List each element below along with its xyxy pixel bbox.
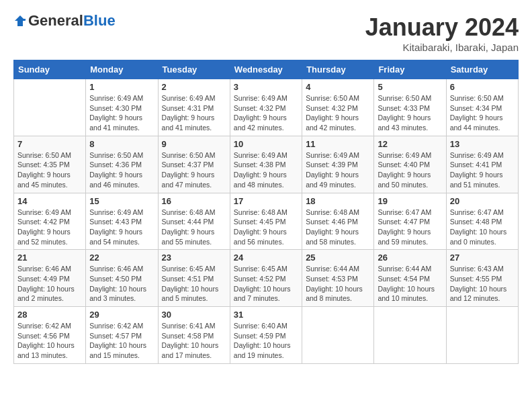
table-row: 6Sunrise: 6:50 AM Sunset: 4:34 PM Daylig…: [446, 79, 518, 136]
day-number: 11: [306, 139, 370, 149]
day-number: 23: [162, 253, 226, 263]
day-number: 14: [17, 196, 82, 206]
day-detail: Sunrise: 6:50 AM Sunset: 4:32 PM Dayligh…: [306, 93, 370, 133]
day-number: 19: [378, 196, 442, 206]
day-number: 29: [89, 310, 154, 320]
day-number: 30: [162, 310, 226, 320]
table-row: 15Sunrise: 6:49 AM Sunset: 4:43 PM Dayli…: [86, 193, 158, 250]
calendar-week-row: 28Sunrise: 6:42 AM Sunset: 4:56 PM Dayli…: [14, 307, 519, 364]
day-detail: Sunrise: 6:48 AM Sunset: 4:44 PM Dayligh…: [162, 208, 226, 247]
logo-blue-text: Blue: [83, 12, 116, 29]
day-number: 13: [450, 139, 515, 149]
day-number: 7: [17, 139, 82, 149]
logo: GeneralBlue: [13, 13, 116, 28]
day-detail: Sunrise: 6:49 AM Sunset: 4:40 PM Dayligh…: [378, 150, 442, 190]
table-row: 18Sunrise: 6:48 AM Sunset: 4:46 PM Dayli…: [302, 193, 374, 250]
day-number: 21: [17, 253, 82, 263]
day-number: 31: [234, 310, 298, 320]
day-number: 17: [234, 196, 298, 206]
table-row: 28Sunrise: 6:42 AM Sunset: 4:56 PM Dayli…: [14, 307, 86, 364]
location-text: Kitaibaraki, Ibaraki, Japan: [365, 42, 519, 53]
table-row: 10Sunrise: 6:49 AM Sunset: 4:38 PM Dayli…: [230, 136, 302, 193]
day-detail: Sunrise: 6:49 AM Sunset: 4:41 PM Dayligh…: [450, 150, 515, 190]
table-row: 12Sunrise: 6:49 AM Sunset: 4:40 PM Dayli…: [374, 136, 446, 193]
day-number: 1: [89, 82, 154, 92]
col-saturday: Saturday: [446, 60, 518, 79]
day-number: 20: [450, 196, 515, 206]
svg-marker-0: [15, 15, 26, 26]
col-wednesday: Wednesday: [230, 60, 302, 79]
day-detail: Sunrise: 6:42 AM Sunset: 4:57 PM Dayligh…: [89, 321, 154, 361]
table-row: 1Sunrise: 6:49 AM Sunset: 4:30 PM Daylig…: [86, 79, 158, 136]
table-row: [302, 307, 374, 364]
month-year-title: January 2024: [365, 13, 519, 42]
day-number: 25: [306, 253, 370, 263]
day-detail: Sunrise: 6:49 AM Sunset: 4:42 PM Dayligh…: [17, 208, 82, 247]
day-detail: Sunrise: 6:50 AM Sunset: 4:33 PM Dayligh…: [378, 93, 442, 133]
day-number: 22: [89, 253, 154, 263]
col-tuesday: Tuesday: [158, 60, 230, 79]
day-number: 24: [234, 253, 298, 263]
day-detail: Sunrise: 6:43 AM Sunset: 4:55 PM Dayligh…: [450, 264, 515, 304]
day-detail: Sunrise: 6:40 AM Sunset: 4:59 PM Dayligh…: [234, 321, 298, 361]
table-row: 8Sunrise: 6:50 AM Sunset: 4:36 PM Daylig…: [86, 136, 158, 193]
day-detail: Sunrise: 6:47 AM Sunset: 4:48 PM Dayligh…: [450, 208, 515, 247]
table-row: 20Sunrise: 6:47 AM Sunset: 4:48 PM Dayli…: [446, 193, 518, 250]
day-detail: Sunrise: 6:48 AM Sunset: 4:45 PM Dayligh…: [234, 208, 298, 247]
table-row: 13Sunrise: 6:49 AM Sunset: 4:41 PM Dayli…: [446, 136, 518, 193]
page-header: GeneralBlue January 2024 Kitaibaraki, Ib…: [13, 13, 519, 53]
table-row: 22Sunrise: 6:46 AM Sunset: 4:50 PM Dayli…: [86, 250, 158, 307]
day-number: 5: [378, 82, 442, 92]
col-friday: Friday: [374, 60, 446, 79]
day-detail: Sunrise: 6:41 AM Sunset: 4:58 PM Dayligh…: [162, 321, 226, 361]
day-number: 3: [234, 82, 298, 92]
calendar-header-row: Sunday Monday Tuesday Wednesday Thursday…: [14, 60, 519, 79]
table-row: [374, 307, 446, 364]
day-detail: Sunrise: 6:49 AM Sunset: 4:31 PM Dayligh…: [162, 93, 226, 133]
day-number: 26: [378, 253, 442, 263]
table-row: 30Sunrise: 6:41 AM Sunset: 4:58 PM Dayli…: [158, 307, 230, 364]
day-detail: Sunrise: 6:45 AM Sunset: 4:51 PM Dayligh…: [162, 264, 226, 304]
day-detail: Sunrise: 6:48 AM Sunset: 4:46 PM Dayligh…: [306, 208, 370, 247]
day-detail: Sunrise: 6:46 AM Sunset: 4:49 PM Dayligh…: [17, 264, 82, 304]
day-number: 15: [89, 196, 154, 206]
day-number: 9: [162, 139, 226, 149]
table-row: 25Sunrise: 6:44 AM Sunset: 4:53 PM Dayli…: [302, 250, 374, 307]
day-detail: Sunrise: 6:50 AM Sunset: 4:35 PM Dayligh…: [17, 150, 82, 190]
day-detail: Sunrise: 6:49 AM Sunset: 4:43 PM Dayligh…: [89, 208, 154, 247]
day-detail: Sunrise: 6:42 AM Sunset: 4:56 PM Dayligh…: [17, 321, 82, 361]
logo-icon: [13, 14, 27, 28]
day-number: 18: [306, 196, 370, 206]
title-block: January 2024 Kitaibaraki, Ibaraki, Japan: [365, 13, 519, 53]
col-monday: Monday: [86, 60, 158, 79]
table-row: 26Sunrise: 6:44 AM Sunset: 4:54 PM Dayli…: [374, 250, 446, 307]
table-row: 29Sunrise: 6:42 AM Sunset: 4:57 PM Dayli…: [86, 307, 158, 364]
day-detail: Sunrise: 6:45 AM Sunset: 4:52 PM Dayligh…: [234, 264, 298, 304]
table-row: 2Sunrise: 6:49 AM Sunset: 4:31 PM Daylig…: [158, 79, 230, 136]
day-detail: Sunrise: 6:44 AM Sunset: 4:53 PM Dayligh…: [306, 264, 370, 304]
day-detail: Sunrise: 6:50 AM Sunset: 4:37 PM Dayligh…: [162, 150, 226, 190]
day-detail: Sunrise: 6:50 AM Sunset: 4:34 PM Dayligh…: [450, 93, 515, 133]
table-row: [14, 79, 86, 136]
day-detail: Sunrise: 6:49 AM Sunset: 4:30 PM Dayligh…: [89, 93, 154, 133]
day-number: 12: [378, 139, 442, 149]
table-row: 5Sunrise: 6:50 AM Sunset: 4:33 PM Daylig…: [374, 79, 446, 136]
day-detail: Sunrise: 6:49 AM Sunset: 4:38 PM Dayligh…: [234, 150, 298, 190]
table-row: 31Sunrise: 6:40 AM Sunset: 4:59 PM Dayli…: [230, 307, 302, 364]
table-row: 7Sunrise: 6:50 AM Sunset: 4:35 PM Daylig…: [14, 136, 86, 193]
day-number: 2: [162, 82, 226, 92]
table-row: 14Sunrise: 6:49 AM Sunset: 4:42 PM Dayli…: [14, 193, 86, 250]
table-row: 9Sunrise: 6:50 AM Sunset: 4:37 PM Daylig…: [158, 136, 230, 193]
table-row: [446, 307, 518, 364]
table-row: 11Sunrise: 6:49 AM Sunset: 4:39 PM Dayli…: [302, 136, 374, 193]
calendar-week-row: 1Sunrise: 6:49 AM Sunset: 4:30 PM Daylig…: [14, 79, 519, 136]
table-row: 17Sunrise: 6:48 AM Sunset: 4:45 PM Dayli…: [230, 193, 302, 250]
day-number: 10: [234, 139, 298, 149]
table-row: 23Sunrise: 6:45 AM Sunset: 4:51 PM Dayli…: [158, 250, 230, 307]
day-number: 27: [450, 253, 515, 263]
col-sunday: Sunday: [14, 60, 86, 79]
day-number: 4: [306, 82, 370, 92]
table-row: 3Sunrise: 6:49 AM Sunset: 4:32 PM Daylig…: [230, 79, 302, 136]
calendar-table: Sunday Monday Tuesday Wednesday Thursday…: [13, 60, 519, 364]
day-detail: Sunrise: 6:50 AM Sunset: 4:36 PM Dayligh…: [89, 150, 154, 190]
